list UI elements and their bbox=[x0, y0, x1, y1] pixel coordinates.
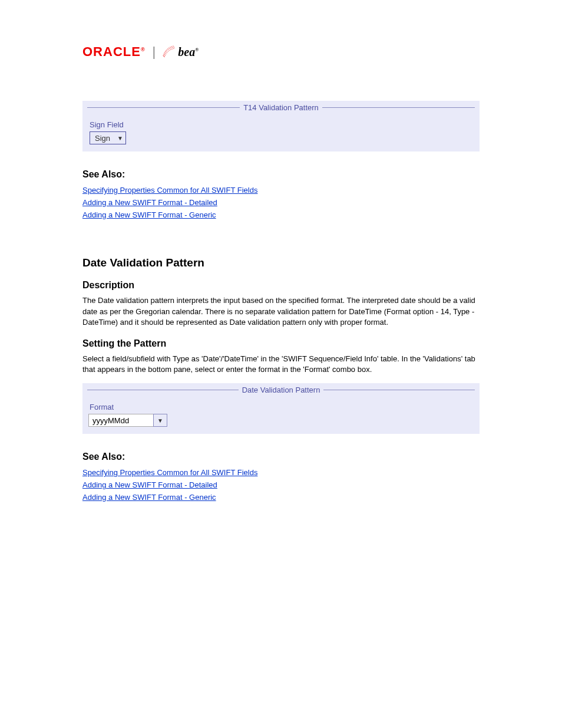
see-also-heading-2: See Also: bbox=[82, 452, 480, 462]
link-common-swift-fields[interactable]: Specifying Properties Common for All SWI… bbox=[82, 186, 257, 195]
date-validation-title: Date Validation Pattern bbox=[82, 256, 480, 269]
chevron-down-icon: ▼ bbox=[157, 417, 163, 424]
link-swift-format-detailed-2[interactable]: Adding a New SWIFT Format - Detailed bbox=[82, 480, 217, 489]
sign-field-label: Sign Field bbox=[90, 120, 475, 129]
link-swift-format-detailed[interactable]: Adding a New SWIFT Format - Detailed bbox=[82, 198, 217, 207]
format-field-label: Format bbox=[90, 403, 475, 411]
fieldset-line bbox=[87, 107, 240, 108]
combobox-dropdown-button[interactable]: ▼ bbox=[153, 414, 167, 427]
t14-panel-title: T14 Validation Pattern bbox=[243, 103, 319, 112]
date-panel-title: Date Validation Pattern bbox=[242, 386, 320, 394]
link-common-swift-fields-2[interactable]: Specifying Properties Common for All SWI… bbox=[82, 468, 257, 477]
bea-logo: bea® bbox=[163, 45, 199, 59]
oracle-logo: ORACLE® bbox=[82, 44, 146, 60]
setting-pattern-heading: Setting the Pattern bbox=[82, 338, 480, 349]
link-swift-format-generic-2[interactable]: Adding a New SWIFT Format - Generic bbox=[82, 493, 216, 502]
logo-bar: ORACLE® | bea® bbox=[82, 44, 480, 60]
t14-validation-panel: T14 Validation Pattern Sign Field Sign ▼ bbox=[82, 101, 480, 151]
fieldset-line bbox=[87, 390, 239, 390]
sign-field-dropdown[interactable]: Sign ▼ bbox=[90, 131, 126, 144]
see-also-links-1: Specifying Properties Common for All SWI… bbox=[82, 185, 480, 221]
bea-swoosh-icon bbox=[163, 45, 177, 59]
description-body: The Date validation pattern interprets t… bbox=[82, 295, 480, 328]
format-input[interactable] bbox=[88, 414, 153, 427]
link-swift-format-generic[interactable]: Adding a New SWIFT Format - Generic bbox=[82, 210, 216, 219]
description-heading: Description bbox=[82, 280, 480, 291]
fieldset-line bbox=[323, 390, 475, 390]
date-validation-panel: Date Validation Pattern Format ▼ bbox=[82, 383, 480, 434]
see-also-links-2: Specifying Properties Common for All SWI… bbox=[82, 467, 480, 503]
logo-divider: | bbox=[153, 44, 156, 60]
chevron-down-icon: ▼ bbox=[115, 135, 125, 141]
fieldset-line bbox=[322, 107, 475, 108]
format-combobox[interactable]: ▼ bbox=[88, 414, 167, 427]
see-also-heading: See Also: bbox=[82, 169, 480, 180]
setting-pattern-body: Select a field/subfield with Type as 'Da… bbox=[82, 354, 480, 375]
dropdown-value: Sign bbox=[90, 133, 115, 144]
